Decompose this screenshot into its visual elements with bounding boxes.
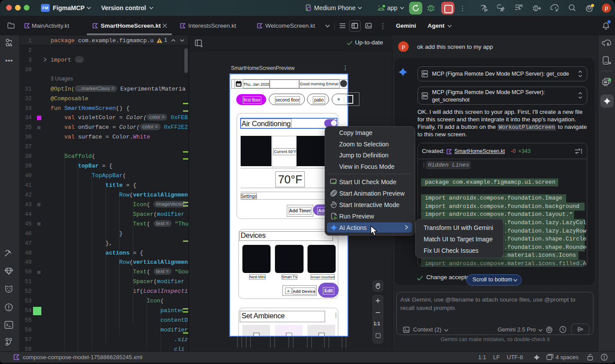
- svg-text:A: A: [500, 7, 503, 12]
